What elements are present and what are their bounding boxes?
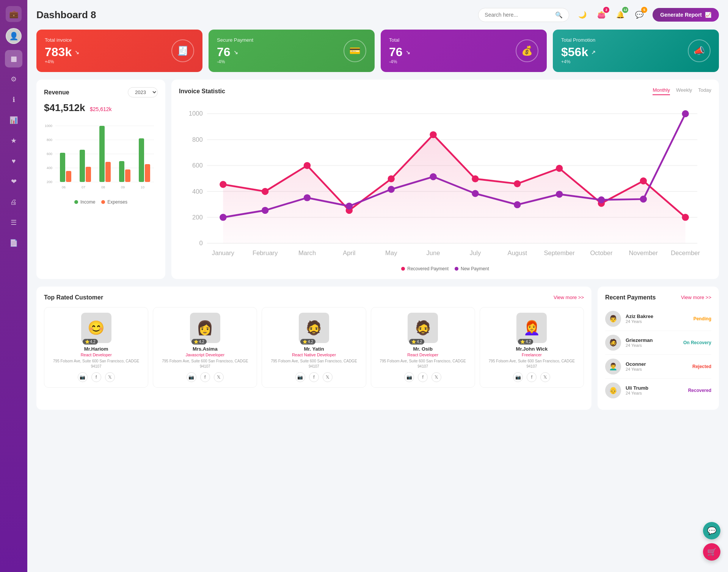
svg-text:January: January (212, 249, 235, 257)
generate-report-button[interactable]: Generate Report 📈 (653, 8, 719, 22)
twitter-icon-3[interactable]: 𝕏 (431, 372, 441, 382)
instagram-icon-2[interactable]: 📷 (295, 372, 305, 382)
facebook-icon-4[interactable]: f (527, 372, 537, 382)
instagram-icon-1[interactable]: 📷 (187, 372, 196, 382)
notifications-badge: 12 (622, 7, 628, 13)
sidebar-item-analytics[interactable]: 📊 (5, 111, 22, 129)
svg-point-45 (514, 180, 521, 187)
svg-text:400: 400 (192, 188, 203, 195)
stat-icon-3: 📣 (688, 39, 711, 62)
svg-rect-10 (60, 153, 65, 182)
notifications-button[interactable]: 🔔 12 (613, 8, 628, 22)
customers-section-title: Top Rated Customer (44, 294, 103, 301)
sidebar-logo[interactable]: 💼 (6, 6, 22, 22)
floating-buttons: 💬 🛒 (703, 522, 720, 561)
customers-view-more[interactable]: View more >> (554, 295, 584, 300)
svg-text:December: December (671, 249, 700, 257)
svg-text:10: 10 (141, 185, 144, 189)
wallet-button[interactable]: 👛 2 (594, 8, 609, 22)
facebook-icon-3[interactable]: f (418, 372, 428, 382)
svg-text:August: August (507, 249, 527, 257)
sidebar-item-menu[interactable]: ☰ (5, 214, 22, 231)
search-bar[interactable]: 🔍 (478, 8, 569, 22)
svg-point-60 (640, 196, 647, 202)
svg-text:200: 200 (47, 180, 52, 184)
star-icon: ★ (11, 136, 17, 145)
stat-trend-2: ↘ (406, 49, 410, 55)
instagram-icon-0[interactable]: 📷 (78, 372, 88, 382)
svg-text:600: 600 (192, 162, 203, 169)
svg-text:October: October (590, 249, 613, 257)
svg-text:09: 09 (121, 185, 125, 189)
sidebar-item-print[interactable]: 🖨 (5, 193, 22, 211)
payment-info-1: Griezerman 24 Years (626, 337, 679, 348)
cart-float-btn[interactable]: 🛒 (703, 543, 720, 561)
facebook-icon-0[interactable]: f (91, 372, 101, 382)
messages-button[interactable]: 💬 5 (632, 8, 646, 22)
customer-avatar-0: 😊 (81, 313, 111, 343)
sidebar-item-info[interactable]: ℹ (5, 91, 22, 108)
sidebar-item-settings[interactable]: ⚙ (5, 71, 22, 88)
customer-address-4: 795 Folsom Ave, Suite 600 San Francisco,… (484, 359, 580, 369)
header: Dashboard 8 🔍 🌙 👛 2 🔔 12 💬 5 Generate Re… (36, 8, 719, 22)
sidebar-item-heart2[interactable]: ❤ (5, 173, 22, 190)
svg-point-43 (430, 131, 436, 138)
heart-filled-icon: ❤ (11, 177, 17, 186)
stat-icon-0: 🧾 (171, 39, 194, 62)
sidebar-item-heart1[interactable]: ♥ (5, 152, 22, 170)
svg-text:June: June (427, 249, 440, 257)
revenue-secondary: $25,612k (90, 106, 112, 112)
customer-role-0: React Developer (48, 353, 144, 357)
avatar[interactable]: 👤 (6, 28, 22, 44)
instagram-icon-4[interactable]: 📷 (513, 372, 523, 382)
facebook-icon-1[interactable]: f (200, 372, 210, 382)
generate-report-label: Generate Report (660, 12, 702, 18)
stat-change-3: +4% (561, 59, 596, 64)
invoice-chart-title: Invoice Statistic (179, 88, 225, 95)
customer-address-2: 795 Folsom Ave, Suite 600 San Francisco,… (266, 359, 362, 369)
customer-name-4: Mr.John Wick (484, 346, 580, 352)
customer-role-3: React Developer (375, 353, 471, 357)
payment-name-0: Aziz Bakree (626, 313, 689, 319)
customer-social-4: 📷 f 𝕏 (484, 372, 580, 382)
customer-social-2: 📷 f 𝕏 (266, 372, 362, 382)
search-input[interactable] (485, 12, 552, 18)
svg-point-39 (262, 188, 268, 195)
tab-monthly[interactable]: Monthly (653, 87, 670, 95)
revenue-primary: $41,512k (44, 102, 85, 113)
facebook-icon-2[interactable]: f (309, 372, 319, 382)
svg-rect-17 (125, 169, 130, 182)
stat-value-2: 76 (389, 45, 403, 59)
payment-info-0: Aziz Bakree 24 Years (626, 313, 689, 324)
payment-avatar-2: 👨‍🦱 (605, 359, 621, 375)
svg-point-38 (220, 181, 226, 188)
svg-point-40 (304, 162, 311, 169)
customer-role-1: Javascript Developer (157, 353, 253, 357)
customers-card: Top Rated Customer View more >> 😊 ⭐ 4.2 … (36, 287, 592, 410)
sidebar-item-star[interactable]: ★ (5, 132, 22, 149)
payments-section-title: Recent Payments (605, 294, 656, 301)
customer-rating-0: ⭐ 4.2 (83, 339, 98, 345)
customer-item-1: 👩 ⭐ 4.2 Mrs.Asima Javascript Developer 7… (153, 307, 257, 388)
payments-view-more[interactable]: View more >> (681, 295, 711, 300)
tab-today[interactable]: Today (698, 87, 711, 95)
sidebar-item-file[interactable]: 📄 (5, 234, 22, 252)
customer-social-1: 📷 f 𝕏 (157, 372, 253, 382)
sidebar-item-dashboard[interactable]: ▦ (5, 50, 22, 67)
twitter-icon-1[interactable]: 𝕏 (214, 372, 224, 382)
instagram-icon-3[interactable]: 📷 (404, 372, 414, 382)
stat-change-0: +4% (45, 59, 79, 64)
svg-marker-37 (223, 135, 685, 243)
svg-point-46 (556, 165, 563, 172)
twitter-icon-4[interactable]: 𝕏 (540, 372, 550, 382)
twitter-icon-0[interactable]: 𝕏 (105, 372, 115, 382)
svg-point-56 (472, 190, 479, 197)
customer-item-3: 🧔 ⭐ 4.2 Mr. Osib React Developer 795 Fol… (371, 307, 475, 388)
dark-mode-toggle[interactable]: 🌙 (575, 8, 590, 22)
customer-rating-1: ⭐ 4.2 (191, 339, 207, 345)
twitter-icon-2[interactable]: 𝕏 (323, 372, 333, 382)
payment-info-3: Uli Trumb 24 Years (626, 385, 684, 395)
tab-weekly[interactable]: Weekly (676, 87, 692, 95)
support-float-btn[interactable]: 💬 (703, 522, 720, 539)
year-select[interactable]: 202320222021 (128, 87, 158, 97)
